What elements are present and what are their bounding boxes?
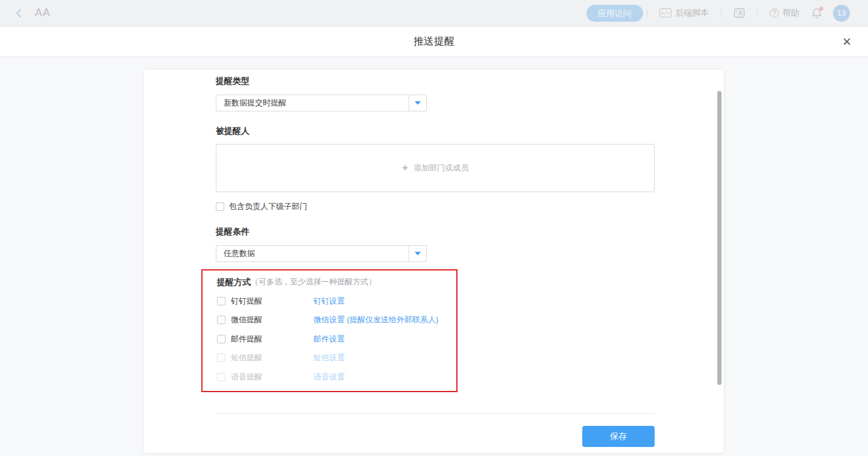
sms-settings-link: 短信设置 [313, 352, 345, 363]
add-members-label: 添加部门或成员 [414, 163, 468, 173]
wechat-settings-link[interactable]: 微信设置 (提醒仅发送给外部联系人) [313, 314, 438, 325]
footer-actions: 保存 [216, 426, 655, 447]
remind-condition-label: 提醒条件 [216, 226, 655, 236]
dingtalk-checkbox[interactable] [217, 297, 225, 305]
chevron-down-icon [409, 246, 426, 261]
method-label: 钉钉提醒 [231, 296, 313, 307]
remind-type-value: 新数据提交时提醒 [216, 95, 409, 111]
remind-condition-select[interactable]: 任意数据 [216, 245, 427, 262]
remind-methods-label: 提醒方式 [217, 277, 251, 287]
avatar[interactable]: 13 [833, 5, 850, 22]
remind-type-label: 提醒类型 [216, 76, 655, 86]
app-name: AA [35, 7, 51, 19]
contacts-button[interactable] [734, 8, 745, 18]
method-row-wechat: 微信提醒 微信设置 (提醒仅发送给外部联系人) [217, 315, 456, 325]
remind-condition-value: 任意数据 [216, 246, 409, 261]
voice-settings-link: 语音设置 [313, 372, 345, 383]
separator [721, 9, 722, 17]
method-row-email: 邮件提醒 邮件设置 [217, 334, 456, 344]
help-icon: ? [770, 8, 779, 17]
scrollbar-thumb[interactable] [717, 91, 722, 385]
include-sub-depts-label: 包含负责人下级子部门 [229, 201, 307, 212]
method-label: 微信提醒 [231, 314, 313, 325]
back-icon[interactable] [14, 8, 24, 18]
topbar-right: 应用访问 </> 后端脚本 ? 帮助 [587, 5, 850, 22]
separator [757, 9, 758, 17]
help-label: 帮助 [782, 8, 799, 19]
modal-header: 推送提醒 ✕ [0, 27, 868, 57]
method-row-sms: 短信提醒 短信设置 [217, 353, 456, 363]
remind-people-label: 被提醒人 [216, 126, 655, 136]
backend-script-label: 后端脚本 [675, 8, 709, 19]
topbar: AA 应用访问 </> 后端脚本 ? 帮助 [0, 0, 868, 27]
method-label: 邮件提醒 [231, 334, 313, 345]
method-label: 短信提醒 [231, 352, 313, 363]
notification-bell-icon[interactable] [811, 7, 823, 19]
app-access-button[interactable]: 应用访问 [587, 5, 643, 22]
push-reminder-form: 提醒类型 新数据提交时提醒 被提醒人 + 添加部门或成员 包含负责人下级子部门 … [143, 69, 655, 447]
help-button[interactable]: ? 帮助 [770, 8, 799, 19]
form-card: 提醒类型 新数据提交时提醒 被提醒人 + 添加部门或成员 包含负责人下级子部门 … [143, 69, 725, 454]
method-label: 语音提醒 [231, 372, 313, 383]
method-row-dingtalk: 钉钉提醒 钉钉设置 [217, 296, 456, 306]
contacts-icon [734, 8, 745, 18]
backend-script-button[interactable]: </> 后端脚本 [659, 8, 709, 19]
remind-methods-header: 提醒方式（可多选，至少选择一种提醒方式） [217, 277, 456, 287]
page-title: 推送提醒 [414, 34, 454, 48]
wechat-checkbox[interactable] [217, 316, 225, 324]
separator [647, 9, 647, 17]
topbar-left: AA [14, 7, 51, 19]
email-settings-link[interactable]: 邮件设置 [313, 334, 345, 345]
include-sub-depts-row: 包含负责人下级子部门 [216, 201, 655, 212]
modal-body: 提醒类型 新数据提交时提醒 被提醒人 + 添加部门或成员 包含负责人下级子部门 … [0, 57, 868, 456]
code-icon: </> [659, 8, 671, 17]
chevron-down-icon [409, 95, 426, 111]
voice-checkbox [217, 373, 225, 381]
include-sub-depts-checkbox[interactable] [216, 202, 224, 211]
remind-methods-hint: （可多选，至少选择一种提醒方式） [251, 277, 376, 287]
add-members-button[interactable]: + 添加部门或成员 [216, 144, 655, 192]
email-checkbox[interactable] [217, 335, 225, 343]
sms-checkbox [217, 354, 225, 362]
plus-icon: + [402, 163, 409, 173]
close-icon[interactable]: ✕ [840, 35, 854, 48]
save-button[interactable]: 保存 [582, 426, 655, 447]
remind-type-select[interactable]: 新数据提交时提醒 [216, 95, 427, 111]
dingtalk-settings-link[interactable]: 钉钉设置 [313, 296, 345, 307]
highlight-box: 提醒方式（可多选，至少选择一种提醒方式） 钉钉提醒 钉钉设置 微信提醒 微信设置… [201, 269, 458, 392]
method-row-voice: 语音提醒 语音设置 [217, 372, 456, 382]
notification-dot [819, 7, 823, 11]
footer-divider [216, 413, 655, 414]
